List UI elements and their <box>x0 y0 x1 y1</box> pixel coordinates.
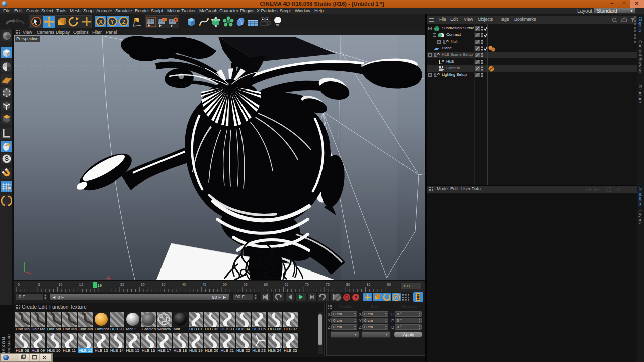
svg-text:55: 55 <box>244 283 248 286</box>
svg-text:85: 85 <box>367 283 371 286</box>
svg-text:Y: Y <box>110 19 114 25</box>
svg-text:O: O <box>442 60 444 63</box>
svg-text:O: O <box>437 53 440 56</box>
svg-text:19: 19 <box>97 283 102 288</box>
svg-text:25: 25 <box>120 283 124 286</box>
svg-text:40: 40 <box>182 283 186 286</box>
svg-text:80: 80 <box>346 283 350 286</box>
svg-text:?: ? <box>354 295 357 300</box>
svg-text:60: 60 <box>264 283 268 286</box>
svg-text:15: 15 <box>79 283 83 286</box>
svg-text:90: 90 <box>387 283 391 286</box>
svg-text:0: 0 <box>18 283 20 286</box>
svg-text:70: 70 <box>305 283 309 286</box>
svg-text:50: 50 <box>223 283 227 286</box>
svg-text:O: O <box>446 40 449 43</box>
svg-text:O: O <box>437 73 440 76</box>
svg-text:P: P <box>395 295 398 300</box>
svg-text:65: 65 <box>284 283 288 286</box>
svg-text:5: 5 <box>38 283 40 286</box>
svg-text:X: X <box>99 19 103 25</box>
svg-text:Z: Z <box>122 19 126 25</box>
svg-text:S: S <box>5 155 9 162</box>
svg-text:10: 10 <box>59 283 63 286</box>
svg-text:35: 35 <box>162 283 166 286</box>
svg-text:30: 30 <box>141 283 145 286</box>
svg-text:75: 75 <box>326 283 330 286</box>
svg-text:45: 45 <box>202 283 206 286</box>
